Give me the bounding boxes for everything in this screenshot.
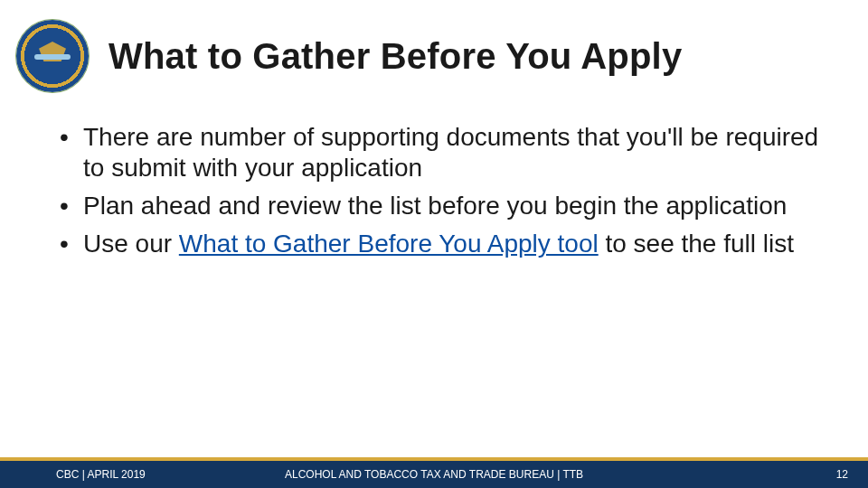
slide-header: What to Gather Before You Apply (16, 20, 682, 92)
slide: What to Gather Before You Apply There ar… (0, 0, 868, 488)
slide-footer: CBC | APRIL 2019 ALCOHOL AND TOBACCO TAX… (0, 457, 868, 488)
footer-left: CBC | APRIL 2019 (56, 468, 146, 481)
bullet-text: Plan ahead and review the list before yo… (83, 192, 787, 220)
slide-body: There are number of supporting documents… (56, 122, 823, 267)
bullet-text-before: Use our (83, 230, 179, 258)
agency-seal-icon (16, 20, 89, 92)
list-item: Use our What to Gather Before You Apply … (56, 229, 823, 259)
bullet-text: There are number of supporting documents… (83, 123, 818, 182)
page-number: 12 (836, 468, 848, 481)
slide-title: What to Gather Before You Apply (108, 36, 682, 77)
list-item: Plan ahead and review the list before yo… (56, 191, 823, 221)
bullet-list: There are number of supporting documents… (56, 122, 823, 260)
bullet-text-after: to see the full list (599, 230, 794, 258)
list-item: There are number of supporting documents… (56, 122, 823, 183)
gather-tool-link[interactable]: What to Gather Before You Apply tool (179, 230, 599, 258)
